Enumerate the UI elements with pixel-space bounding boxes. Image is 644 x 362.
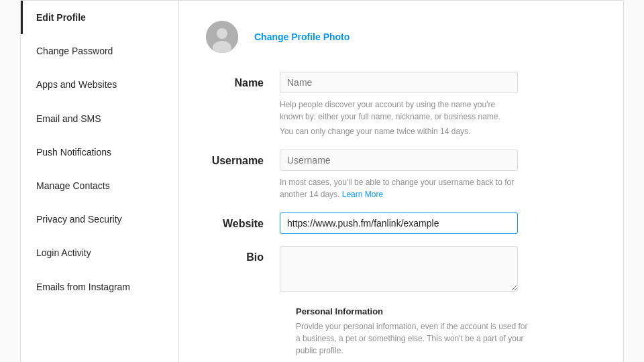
sidebar-item-manage-contacts[interactable]: Manage Contacts bbox=[21, 169, 178, 202]
website-label: Website bbox=[206, 213, 280, 230]
username-label: Username bbox=[206, 149, 280, 167]
personal-info-title: Personal Information bbox=[296, 306, 596, 316]
sidebar-item-login-activity[interactable]: Login Activity bbox=[21, 236, 178, 269]
bio-row: Bio bbox=[206, 246, 596, 294]
bio-input[interactable] bbox=[280, 246, 518, 292]
username-field-wrapper: In most cases, you'll be able to change … bbox=[280, 149, 518, 200]
sidebar-item-push-notifications[interactable]: Push Notifications bbox=[21, 135, 178, 169]
website-row: Website bbox=[206, 213, 596, 234]
svg-point-1 bbox=[217, 28, 227, 39]
name-hint1: Help people discover your account by usi… bbox=[280, 99, 518, 123]
name-hint2: You can only change your name twice with… bbox=[280, 125, 518, 137]
personal-info-section: Personal Information Provide your person… bbox=[296, 306, 596, 357]
website-input[interactable] bbox=[280, 213, 518, 234]
settings-container: Edit ProfileChange PasswordApps and Webs… bbox=[20, 0, 624, 362]
website-field-wrapper bbox=[280, 213, 518, 234]
personal-info-description: Provide your personal information, even … bbox=[296, 320, 534, 357]
bio-field-wrapper bbox=[280, 246, 518, 294]
main-content: Change Profile Photo Name Help people di… bbox=[179, 1, 623, 362]
username-input[interactable] bbox=[280, 149, 518, 171]
sidebar-item-edit-profile[interactable]: Edit Profile bbox=[21, 1, 178, 34]
sidebar-item-emails-instagram[interactable]: Emails from Instagram bbox=[21, 270, 178, 304]
name-label: Name bbox=[206, 72, 280, 89]
profile-header: Change Profile Photo bbox=[206, 21, 596, 53]
avatar bbox=[206, 21, 238, 53]
name-row: Name Help people discover your account b… bbox=[206, 72, 596, 137]
name-field-wrapper: Help people discover your account by usi… bbox=[280, 72, 518, 137]
sidebar-item-change-password[interactable]: Change Password bbox=[21, 34, 178, 68]
sidebar-item-email-sms[interactable]: Email and SMS bbox=[21, 102, 178, 135]
sidebar-item-apps-websites[interactable]: Apps and Websites bbox=[21, 68, 178, 101]
name-input[interactable] bbox=[280, 72, 518, 93]
sidebar-item-privacy-security[interactable]: Privacy and Security bbox=[21, 202, 178, 236]
sidebar: Edit ProfileChange PasswordApps and Webs… bbox=[21, 1, 179, 362]
change-photo-link[interactable]: Change Profile Photo bbox=[254, 32, 350, 42]
username-hint: In most cases, you'll be able to change … bbox=[280, 176, 518, 200]
bio-label: Bio bbox=[206, 246, 280, 263]
username-learn-more-link[interactable]: Learn More bbox=[342, 190, 383, 199]
username-row: Username In most cases, you'll be able t… bbox=[206, 149, 596, 200]
